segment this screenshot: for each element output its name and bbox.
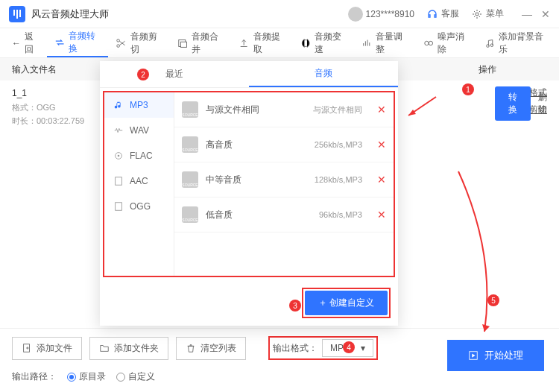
folder-plus-icon [99,343,110,353]
quality-row[interactable]: 低音质 96kb/s,MP3 ✕ [174,197,394,233]
source-file-icon [182,136,198,153]
radio-dot-icon [67,373,76,382]
output-format-selector: 输出格式： MP3 ▾ [268,336,378,360]
back-button[interactable]: ← 返回 [4,28,47,57]
annotation-badge: 2 [137,69,149,80]
play-icon [468,350,479,361]
tool-extract[interactable]: 音频提取 [231,28,292,57]
annotation-badge: 1 [462,83,474,95]
speed-icon [300,37,311,49]
create-custom-button[interactable]: ＋ 创建自定义 [305,291,388,315]
clear-list-button[interactable]: 清空列表 [176,337,246,360]
music-note-icon [113,100,124,110]
radio-custom-dir[interactable]: 自定义 [116,370,155,383]
back-arrow-icon: ← [12,38,21,48]
tab-audio[interactable]: 音频 [249,61,398,87]
svg-point-6 [424,41,428,45]
tool-cut[interactable]: 音频剪切 [108,28,169,57]
user-id: 123****8910 [366,9,414,19]
source-file-icon [182,171,198,188]
svg-point-0 [476,13,479,16]
svg-rect-16 [116,177,122,186]
svg-point-1 [117,39,120,42]
tool-bgm[interactable]: 添加背景音乐 [477,28,555,57]
svg-rect-17 [116,203,122,211]
tool-convert[interactable]: 音频转换 [47,28,108,57]
music-icon [484,37,495,49]
tab-recent[interactable]: 最近 [100,61,249,87]
quality-row[interactable]: 中等音质 128kb/s,MP3 ✕ [174,162,394,197]
row-actions: 输出格式 音频剪切 转换 删除 [496,86,547,116]
tool-volume[interactable]: 音量调整 [354,28,415,57]
tool-denoise[interactable]: 噪声消除 [416,28,477,57]
annotation-badge: 3 [289,300,301,312]
source-file-icon [182,101,198,118]
quality-row[interactable]: 与源文件相同 与源文件相同 ✕ [174,92,394,127]
svg-point-2 [117,44,120,47]
svg-point-7 [429,41,432,45]
format-panel: 最近 音频 MP3 WAV FLAC AAC OGG [100,61,398,326]
app-logo [9,6,25,22]
minimize-button[interactable]: — [522,8,532,20]
app-title: 风云音频处理大师 [31,7,109,21]
extract-icon [239,37,249,49]
remove-icon[interactable]: ✕ [377,209,386,221]
delete-link[interactable]: 删除 [538,91,547,116]
main-toolbar: ← 返回 音频转换 音频剪切 音频合并 音频提取 音频变速 音量调整 噪声消除 … [0,28,559,58]
avatar-icon [348,7,363,22]
convert-icon [54,37,65,48]
quality-list: 与源文件相同 与源文件相同 ✕ 高音质 256kb/s,MP3 ✕ 中等音质 1… [174,92,394,276]
format-flac[interactable]: FLAC [104,143,174,168]
svg-point-15 [118,155,120,157]
denoise-icon [423,37,434,49]
file-audio-icon [113,201,124,212]
chevron-down-icon: ▾ [361,343,365,353]
start-button[interactable]: 开始处理 [447,340,544,371]
annotation-arrow [402,93,440,123]
format-list: MP3 WAV FLAC AAC OGG [104,92,174,276]
wave-icon [113,125,124,136]
tool-speed[interactable]: 音频变速 [293,28,354,57]
annotation-badge: 4 [343,341,355,353]
remove-icon[interactable]: ✕ [377,139,386,151]
headset-icon [426,8,438,20]
col-operation: 操作 [428,63,547,76]
file-plus-icon [22,343,32,353]
title-bar: 风云音频处理大师 123****8910 客服 菜单 — ✕ [0,0,559,28]
radio-dot-icon [116,373,125,382]
trash-icon [186,343,196,353]
tool-merge[interactable]: 音频合并 [170,28,231,57]
quality-row[interactable]: 高音质 256kb/s,MP3 ✕ [174,127,394,162]
format-ogg[interactable]: OGG [104,194,174,219]
user-account[interactable]: 123****8910 [348,7,414,22]
svg-rect-4 [180,42,186,47]
convert-button[interactable]: 转换 [495,86,531,121]
source-file-icon [182,206,198,223]
file-audio-icon [113,176,124,186]
merge-icon [177,37,188,49]
support-link[interactable]: 客服 [426,7,459,20]
format-mp3[interactable]: MP3 [104,92,174,118]
output-path-label: 输出路径： [12,370,57,383]
gear-icon [471,8,483,20]
remove-icon[interactable]: ✕ [377,174,386,186]
annotation-badge: 5 [487,294,499,306]
add-file-button[interactable]: 添加文件 [12,337,82,360]
volume-icon [361,37,372,49]
format-aac[interactable]: AAC [104,168,174,194]
menu-button[interactable]: 菜单 [471,7,504,20]
remove-icon[interactable]: ✕ [377,104,386,116]
radio-same-dir[interactable]: 原目录 [67,370,106,383]
close-button[interactable]: ✕ [541,8,550,20]
disc-icon [113,151,124,161]
add-folder-button[interactable]: 添加文件夹 [89,337,168,360]
format-wav[interactable]: WAV [104,118,174,143]
annotation-arrow [451,164,496,343]
scissors-icon [116,37,126,49]
